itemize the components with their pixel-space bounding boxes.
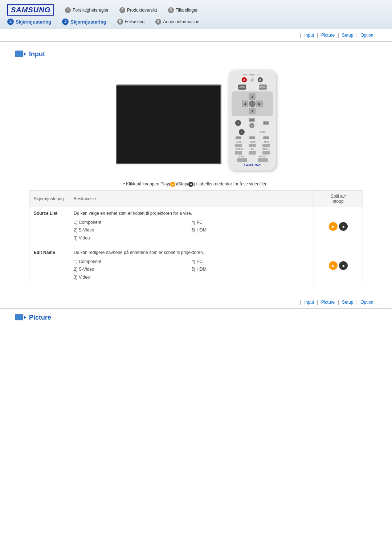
edit-name-item-1: 1) Component <box>74 258 191 266</box>
remote-hdmi-button[interactable] <box>262 144 270 147</box>
edit-name-text: Du kan redigere navnene på enhetene som … <box>74 250 309 255</box>
remote-pc-button[interactable] <box>249 151 256 155</box>
remote-menu-button[interactable]: MENU <box>238 85 246 90</box>
nav-link-option-bottom[interactable]: Option <box>360 300 373 305</box>
nav-item-produktoversikt[interactable]: 2 Produktoversikt <box>119 7 157 13</box>
remote-auto-button[interactable]: A <box>250 77 255 82</box>
edit-name-col1: 1) Component 2) S-Video 3) Video <box>74 258 191 282</box>
nav-label-3: Tilkoblinger <box>176 8 198 13</box>
dpad-down-button[interactable]: ▼ <box>249 108 256 114</box>
dpad-right-button[interactable]: ▶ <box>256 100 263 107</box>
dpad-empty-bl <box>242 108 248 114</box>
edit-name-play-button[interactable]: ▶ <box>329 261 338 270</box>
nav-num-4b: 4 <box>62 19 69 25</box>
input-icon <box>15 49 26 59</box>
nav-item-annen[interactable]: 6 Annen informasjon <box>155 19 199 25</box>
col-header-desc: Beskrivelse <box>69 190 314 207</box>
remote-return-button[interactable]: RETURN <box>259 85 267 90</box>
source-list-col2: 4) PC 5) HDMI <box>191 219 309 242</box>
section2-title: Picture <box>29 314 51 321</box>
section1-title-area: Input <box>0 42 392 63</box>
nav-label-4a: Skjermjustering <box>16 19 51 25</box>
source-list-item-3: 3) Video <box>74 234 191 242</box>
edit-name-desc: Du kan redigere navnene på enhetene som … <box>69 246 314 285</box>
tv-screen <box>116 85 221 164</box>
nav-link-setup-bottom[interactable]: Setup <box>342 300 353 305</box>
nav-num-1: 1 <box>65 7 71 13</box>
table-header-row: Skjermjustering Beskrivelse Spill av/sto… <box>29 190 363 207</box>
remote-control: ON AUTO OFF ⏻ A ⏻ MENU RETURN ▲ ◀ ↩ ▶ ▼ <box>229 70 276 171</box>
source-list-play-button[interactable]: ▶ <box>329 222 338 231</box>
source-list-item-1: 1) Component <box>74 219 191 227</box>
nav-item-feilsoking[interactable]: 5 Feilsøking <box>117 19 145 25</box>
edit-name-item-4: 4) PC <box>191 258 309 266</box>
edit-name-col2: 4) PC 5) HDMI <box>191 258 309 282</box>
nav-item-forsiktighetsregler[interactable]: 1 Forsiktighetsregler <box>65 7 109 13</box>
nav-link-setup-top[interactable]: Setup <box>342 33 353 38</box>
section2-title-area: Picture <box>0 309 392 326</box>
source-list-items: 1) Component 2) S-Video 3) Video 4) PC 5… <box>74 219 309 242</box>
stop-icon-inline: ■ <box>188 182 193 187</box>
header-top: SAMSUNG 1 Forsiktighetsregler 2 Produkto… <box>7 4 385 16</box>
svg-marker-5 <box>24 316 26 320</box>
remote-exit-button[interactable]: EXIT <box>249 118 255 122</box>
nav-num-6: 6 <box>155 19 161 25</box>
nav-label-6: Annen informasjon <box>163 19 199 24</box>
nav-top: 1 Forsiktighetsregler 2 Produktoversikt … <box>65 7 385 13</box>
edit-name-controls: ▶ ■ <box>314 246 363 285</box>
edit-name-stop-button[interactable]: ■ <box>339 261 348 270</box>
nav-label-5: Feilsøking <box>125 19 145 24</box>
nav-num-4a: 4 <box>7 19 14 25</box>
edit-name-label: Edit Name <box>29 246 69 285</box>
remote-round-button[interactable]: ⊙ <box>249 123 254 128</box>
play-icon-inline: ▶ <box>170 182 175 187</box>
remote-on-button[interactable]: ⏻ <box>242 77 247 82</box>
remote-minus-button[interactable]: − <box>239 129 245 135</box>
remote-color-btn-2[interactable] <box>249 136 255 139</box>
nav-link-input-bottom[interactable]: Input <box>304 300 314 305</box>
source-list-btn-area: ▶ ■ <box>318 222 358 231</box>
remote-color-btn-3[interactable] <box>263 136 269 139</box>
nav-item-skjermjustering-active[interactable]: 4 Skjermjustering <box>7 19 51 25</box>
source-list-col1: 1) Component 2) S-Video 3) Video <box>74 219 191 242</box>
dpad-empty-br <box>256 108 263 114</box>
remote-psize-button[interactable] <box>237 158 247 162</box>
remote-off-button[interactable]: ⏻ <box>258 77 263 82</box>
remote-samsung-logo: SAMSUNG <box>232 164 273 167</box>
nav-link-input-top[interactable]: Input <box>304 33 314 38</box>
nav-link-picture-bottom[interactable]: Picture <box>321 300 335 305</box>
table-wrapper: Skjermjustering Beskrivelse Spill av/sto… <box>0 190 392 286</box>
source-list-text: Du kan velge en enhet som er koblet til … <box>74 211 309 216</box>
remote-install-button[interactable] <box>262 151 270 155</box>
remote-color-btn-1[interactable] <box>236 136 241 139</box>
section1-title: Input <box>29 50 45 58</box>
remote-svideo-button[interactable] <box>235 151 242 155</box>
table-instruction: • Klikk på knappen Play(▶)/Stop(■) i tab… <box>0 181 392 187</box>
table-row: Source List Du kan velge en enhet som er… <box>29 207 363 246</box>
dpad-left-button[interactable]: ◀ <box>242 100 248 107</box>
nav-link-option-top[interactable]: Option <box>360 33 373 38</box>
remote-pmode-button[interactable] <box>258 158 268 162</box>
remote-plus-button[interactable]: + <box>235 120 241 126</box>
info-table: Skjermjustering Beskrivelse Spill av/sto… <box>29 190 363 286</box>
remote-video-button[interactable] <box>235 144 242 147</box>
nav-label-2: Produktoversikt <box>127 8 157 13</box>
picture-icon <box>15 312 26 323</box>
nav-link-picture-top[interactable]: Picture <box>321 33 335 38</box>
svg-marker-2 <box>24 52 26 56</box>
page-nav-top: | Input | Picture | Setup | Option | <box>0 29 392 42</box>
edit-name-items: 1) Component 2) S-Video 3) Video 4) PC 5… <box>74 258 309 282</box>
dpad-up-button[interactable]: ▲ <box>249 93 256 100</box>
nav-label-1: Forsiktighetsregler <box>73 8 109 13</box>
source-list-item-2: 2) S-Video <box>74 226 191 234</box>
remote-info-button[interactable]: INFO <box>263 121 269 125</box>
source-list-item-5: 5) HDMI <box>191 226 309 234</box>
source-list-label: Source List <box>29 207 69 246</box>
page-nav-bottom: | Input | Picture | Setup | Option | <box>0 296 392 309</box>
source-list-stop-button[interactable]: ■ <box>339 222 348 231</box>
nav-item-skjermjustering-active2[interactable]: 4 Skjermjustering <box>62 19 106 25</box>
dpad-center-button[interactable]: ↩ <box>249 100 256 107</box>
nav-item-tilkoblinger[interactable]: 3 Tilkoblinger <box>168 7 198 13</box>
nav-num-5: 5 <box>117 19 123 25</box>
remote-comp-button[interactable] <box>249 144 256 147</box>
